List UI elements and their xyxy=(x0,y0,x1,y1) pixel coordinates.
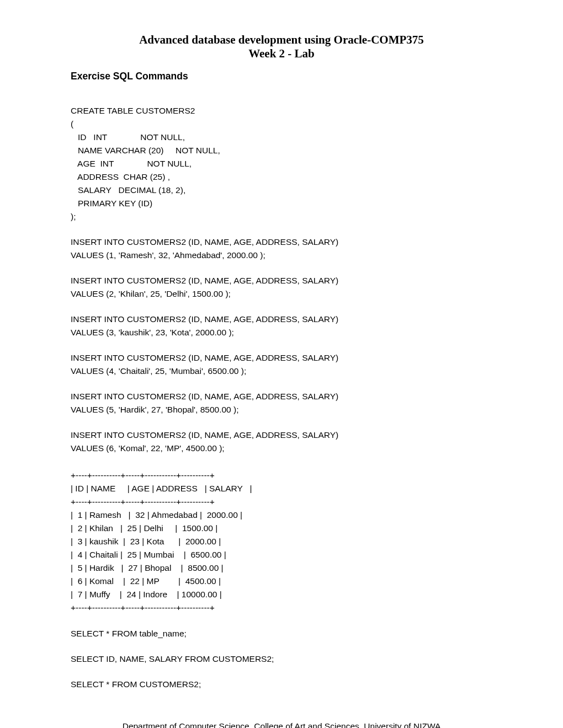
sql-insert-6: INSERT INTO CUSTOMERS2 (ID, NAME, AGE, A… xyxy=(71,429,492,455)
sql-insert-1: INSERT INTO CUSTOMERS2 (ID, NAME, AGE, A… xyxy=(71,235,492,262)
sql-create-table: CREATE TABLE CUSTOMERS2 ( ID INT NOT NUL… xyxy=(71,104,492,223)
ascii-table-output: +----+----------+-----+-----------+-----… xyxy=(71,469,492,614)
section-title: Exercise SQL Commands xyxy=(71,71,492,82)
page-title: Advanced database development using Orac… xyxy=(71,33,492,47)
page-footer: Department of Computer Science, College … xyxy=(71,721,492,728)
sql-select-1: SELECT * FROM table_name; xyxy=(71,627,492,640)
sql-insert-3: INSERT INTO CUSTOMERS2 (ID, NAME, AGE, A… xyxy=(71,313,492,339)
sql-insert-5: INSERT INTO CUSTOMERS2 (ID, NAME, AGE, A… xyxy=(71,390,492,416)
sql-select-3: SELECT * FROM CUSTOMERS2; xyxy=(71,678,492,691)
sql-insert-4: INSERT INTO CUSTOMERS2 (ID, NAME, AGE, A… xyxy=(71,351,492,378)
sql-insert-2: INSERT INTO CUSTOMERS2 (ID, NAME, AGE, A… xyxy=(71,274,492,301)
page-subtitle: Week 2 - Lab xyxy=(71,47,492,61)
document-page: Advanced database development using Orac… xyxy=(0,0,563,728)
sql-select-2: SELECT ID, NAME, SALARY FROM CUSTOMERS2; xyxy=(71,652,492,666)
